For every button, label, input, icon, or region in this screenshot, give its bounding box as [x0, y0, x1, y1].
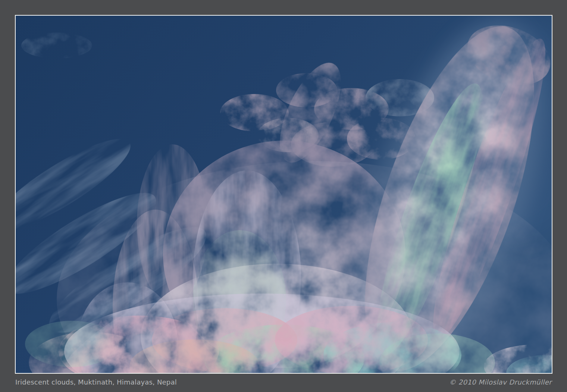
caption-bar: Iridescent clouds, Muktinath, Himalayas,…	[15, 374, 552, 392]
page-frame: Iridescent clouds, Muktinath, Himalayas,…	[0, 0, 567, 392]
photograph	[15, 15, 552, 374]
photo-credit: © 2010 Miloslav Druckmüller	[449, 378, 552, 386]
photo-title: Iridescent clouds, Muktinath, Himalayas,…	[15, 378, 177, 386]
cloud-wisp-topleft	[21, 32, 92, 59]
cloud-photo-canvas	[16, 16, 552, 373]
